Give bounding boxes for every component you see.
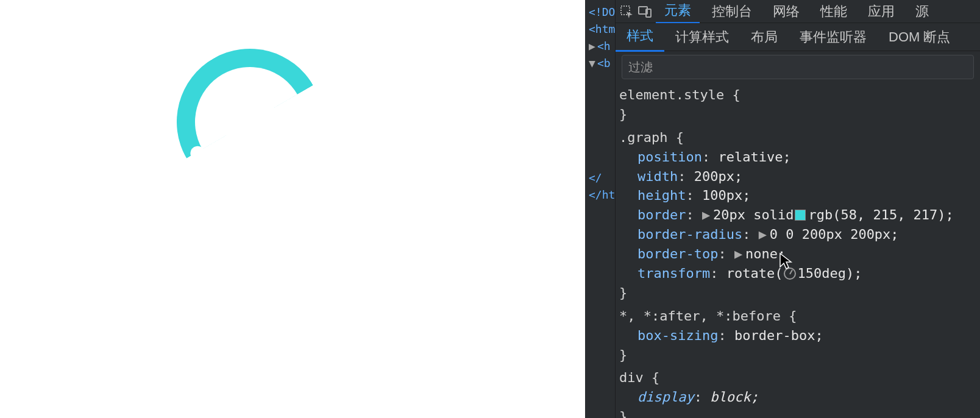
- dom-line: <b: [597, 57, 611, 69]
- tab-console[interactable]: 控制台: [703, 0, 761, 23]
- tab-sources[interactable]: 源: [907, 0, 937, 23]
- subtab-styles[interactable]: 样式: [616, 22, 664, 52]
- style-rule-universal[interactable]: *, *:after, *:before { box-sizing: borde…: [619, 306, 979, 365]
- shorthand-expander-icon[interactable]: ▶: [734, 244, 743, 264]
- tab-network[interactable]: 网络: [764, 0, 808, 23]
- styles-filter-input[interactable]: [622, 55, 974, 79]
- dom-column: <!DO <htm ▶<h ▼<b </ </ht: [585, 0, 616, 418]
- style-rule-element[interactable]: element.style { }: [619, 85, 979, 124]
- dom-line: <htm: [589, 23, 615, 35]
- tab-elements[interactable]: 元素: [656, 0, 700, 24]
- dom-line: </ht: [589, 188, 615, 201]
- angle-dial-icon[interactable]: [784, 267, 796, 280]
- dom-tree[interactable]: <!DO <htm ▶<h ▼<b </ </ht: [585, 0, 615, 204]
- subtab-computed[interactable]: 计算样式: [664, 23, 740, 51]
- subtab-layout[interactable]: 布局: [740, 23, 789, 51]
- select-element-icon[interactable]: [619, 4, 634, 19]
- device-toggle-icon[interactable]: [637, 4, 652, 19]
- devtools-top-tabs: 元素 控制台 网络 性能 应用 源: [616, 0, 980, 23]
- subtab-event-listeners[interactable]: 事件监听器: [789, 23, 878, 51]
- selector-text: div: [619, 370, 644, 385]
- styles-pane[interactable]: element.style { } .graph { position: rel…: [616, 83, 980, 418]
- tab-performance[interactable]: 性能: [812, 0, 856, 23]
- selector-text: element.style: [619, 87, 724, 102]
- graph-arc: [150, 22, 313, 158]
- style-rule-graph[interactable]: .graph { position: relative; width: 200p…: [619, 128, 979, 303]
- tab-application[interactable]: 应用: [859, 0, 903, 23]
- styles-sub-tabs: 样式 计算样式 布局 事件监听器 DOM 断点: [616, 23, 980, 51]
- filter-row: [616, 51, 980, 83]
- devtools-panel: <!DO <htm ▶<h ▼<b </ </ht 元素 控制台 网络 性能 应…: [585, 0, 980, 418]
- selector-text: .graph: [619, 130, 667, 145]
- dom-line: <!DO: [589, 5, 615, 18]
- color-swatch-icon[interactable]: [795, 210, 806, 221]
- dom-line: <h: [597, 40, 611, 52]
- styles-column: 元素 控制台 网络 性能 应用 源 样式 计算样式 布局 事件监听器 DOM 断…: [616, 0, 980, 418]
- dom-line: </: [589, 171, 602, 184]
- selector-text: *, *:after, *:before: [619, 308, 781, 324]
- subtab-dom-breakpoints[interactable]: DOM 断点: [878, 23, 961, 51]
- shorthand-expander-icon[interactable]: ▶: [702, 205, 711, 225]
- shorthand-expander-icon[interactable]: ▶: [759, 225, 767, 244]
- page-viewport: [0, 0, 585, 418]
- style-rule-div[interactable]: div { display: block; }: [619, 368, 979, 418]
